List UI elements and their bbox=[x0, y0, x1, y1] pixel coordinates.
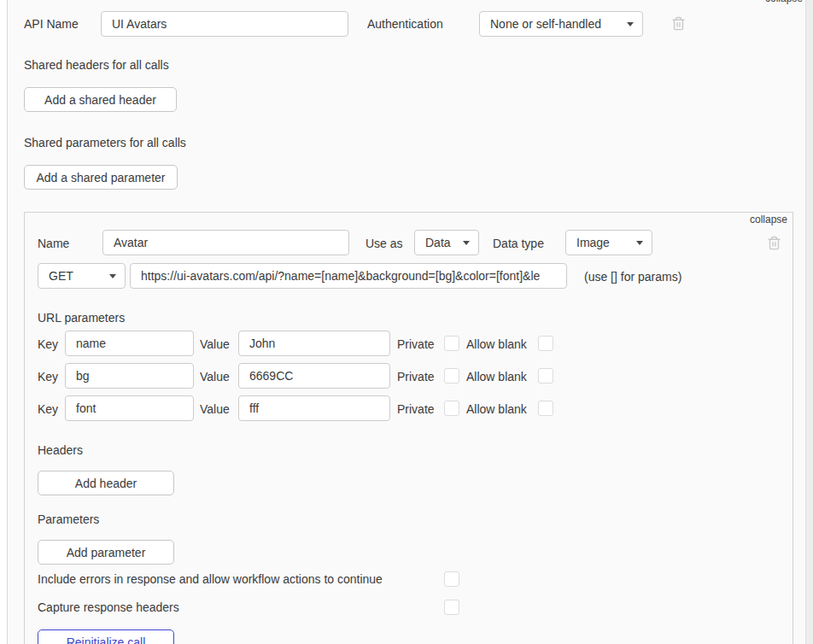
param-allow-blank-checkbox[interactable] bbox=[538, 401, 553, 416]
delete-api-trash-icon[interactable] bbox=[671, 16, 686, 31]
param-key-input[interactable] bbox=[65, 395, 194, 421]
include-errors-checkbox[interactable] bbox=[444, 571, 459, 587]
collapse-link-call[interactable]: collapse bbox=[750, 214, 787, 225]
param-allow-blank-label: Allow blank bbox=[466, 402, 527, 416]
api-name-label: API Name bbox=[24, 17, 79, 31]
http-method-dropdown[interactable]: GET bbox=[38, 263, 126, 289]
add-parameter-button[interactable]: Add parameter bbox=[38, 540, 174, 565]
shared-parameters-label: Shared parameters for all calls bbox=[24, 136, 186, 149]
param-private-label: Private bbox=[397, 402, 435, 416]
collapse-link-top[interactable]: collapse bbox=[765, 0, 803, 4]
param-allow-blank-label: Allow blank bbox=[466, 337, 527, 351]
data-type-dropdown[interactable]: Image bbox=[565, 230, 652, 255]
call-name-input[interactable] bbox=[102, 230, 349, 255]
data-type-label: Data type bbox=[493, 237, 544, 250]
param-key-label: Key bbox=[38, 370, 58, 383]
authentication-selected-value: None or self-handled bbox=[490, 17, 601, 31]
chevron-down-icon bbox=[636, 241, 643, 245]
param-private-label: Private bbox=[397, 370, 435, 383]
call-url-input[interactable] bbox=[130, 263, 567, 289]
capture-response-headers-label: Capture response headers bbox=[38, 600, 179, 614]
param-key-input[interactable] bbox=[65, 363, 194, 389]
http-method-selected-value: GET bbox=[49, 269, 73, 283]
scrollbar-track[interactable] bbox=[805, 0, 813, 644]
shared-headers-label: Shared headers for all calls bbox=[24, 58, 169, 72]
chevron-down-icon bbox=[627, 22, 634, 26]
left-rail-divider bbox=[0, 0, 8, 644]
api-name-input[interactable] bbox=[101, 11, 348, 37]
add-shared-parameter-button[interactable]: Add a shared parameter bbox=[24, 165, 178, 190]
param-value-label: Value bbox=[200, 402, 230, 416]
url-parameters-title: URL parameters bbox=[38, 311, 125, 325]
capture-response-headers-checkbox[interactable] bbox=[444, 600, 459, 615]
call-name-label: Name bbox=[38, 237, 69, 250]
add-header-button[interactable]: Add header bbox=[38, 471, 174, 495]
reinitialize-call-button[interactable]: Reinitialize call bbox=[38, 629, 174, 644]
param-value-input[interactable] bbox=[238, 395, 390, 421]
url-params-hint: (use [] for params) bbox=[584, 270, 681, 284]
param-value-input[interactable] bbox=[238, 331, 390, 356]
include-errors-label: Include errors in response and allow wor… bbox=[38, 572, 383, 586]
chevron-down-icon bbox=[109, 274, 116, 278]
parameters-title: Parameters bbox=[38, 512, 99, 526]
param-allow-blank-label: Allow blank bbox=[466, 370, 527, 383]
chevron-down-icon bbox=[463, 241, 470, 245]
param-private-checkbox[interactable] bbox=[444, 401, 459, 416]
param-key-label: Key bbox=[38, 337, 58, 351]
add-shared-header-button[interactable]: Add a shared header bbox=[24, 87, 177, 112]
authentication-label: Authentication bbox=[367, 17, 443, 31]
param-allow-blank-checkbox[interactable] bbox=[538, 368, 553, 383]
use-as-selected-value: Data bbox=[425, 236, 451, 249]
param-private-checkbox[interactable] bbox=[444, 368, 459, 383]
delete-call-trash-icon[interactable] bbox=[767, 236, 781, 250]
use-as-dropdown[interactable]: Data bbox=[414, 230, 479, 255]
headers-title: Headers bbox=[38, 443, 83, 457]
param-key-input[interactable] bbox=[65, 331, 194, 356]
param-private-checkbox[interactable] bbox=[444, 336, 459, 351]
use-as-label: Use as bbox=[366, 237, 403, 250]
data-type-selected-value: Image bbox=[576, 236, 610, 249]
param-value-input[interactable] bbox=[238, 363, 390, 389]
param-key-label: Key bbox=[38, 402, 58, 416]
param-allow-blank-checkbox[interactable] bbox=[538, 336, 553, 351]
authentication-dropdown[interactable]: None or self-handled bbox=[479, 11, 643, 37]
api-connector-panel: collapse API Name Authentication None or… bbox=[0, 0, 813, 644]
param-value-label: Value bbox=[200, 370, 230, 383]
param-private-label: Private bbox=[397, 337, 435, 351]
param-value-label: Value bbox=[200, 337, 230, 351]
